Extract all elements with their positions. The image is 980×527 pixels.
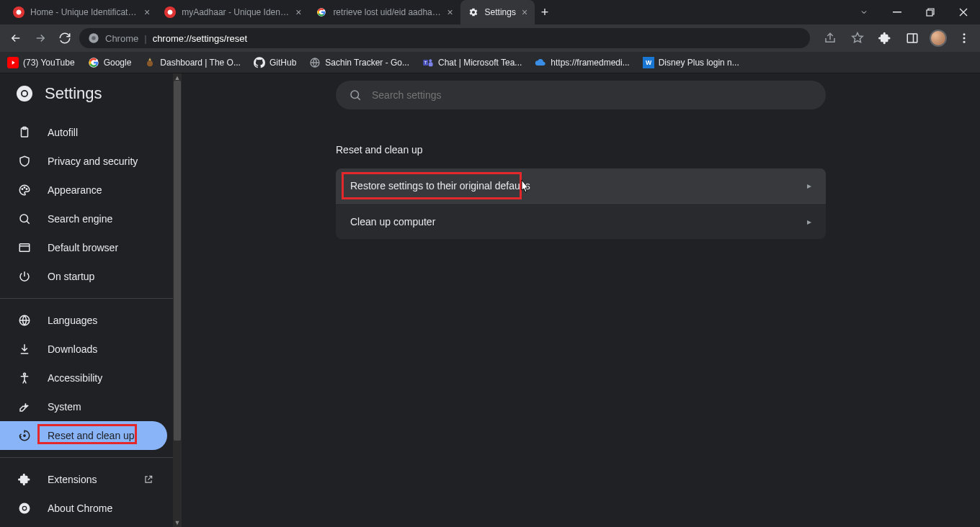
svg-rect-5 [907, 34, 917, 42]
bookmark-label: GitHub [270, 58, 296, 68]
row-cleanup-computer[interactable]: Clean up computer ▸ [336, 204, 826, 239]
extensions-button[interactable] [875, 28, 895, 48]
sidebar-item-autofill[interactable]: Autofill [0, 118, 167, 147]
tab-title: Settings [485, 7, 516, 17]
sidebar-item-languages[interactable]: Languages [0, 306, 167, 335]
share-button[interactable] [820, 28, 840, 48]
sidebar-list: Autofill Privacy and security Appearance… [0, 114, 173, 523]
tab-title: myAadhaar - Unique Identificatic [182, 7, 290, 17]
sidebar-item-search-engine[interactable]: Search engine [0, 204, 167, 233]
sidebar-item-accessibility[interactable]: Accessibility [0, 364, 167, 392]
sidebar-item-privacy[interactable]: Privacy and security [0, 147, 167, 176]
minimize-button[interactable] [881, 0, 914, 24]
toolbar: Chrome | chrome://settings/reset [0, 24, 980, 52]
tab-strip: Home - Unique Identification Aut × myAad… [0, 0, 847, 24]
tab-title: Home - Unique Identification Aut [30, 7, 138, 17]
bookmark-github[interactable]: GitHub [254, 57, 296, 68]
svg-point-33 [24, 373, 26, 375]
bookmark-disney[interactable]: WDisney Plus login n... [643, 57, 739, 68]
shield-icon [17, 154, 32, 168]
scroll-down-icon[interactable]: ▼ [173, 518, 182, 527]
uidai-icon [13, 6, 24, 18]
search-icon [349, 89, 362, 102]
close-window-button[interactable] [947, 0, 980, 24]
close-icon[interactable]: × [522, 7, 527, 17]
new-tab-button[interactable]: + [535, 0, 555, 24]
chrome-logo-icon [17, 501, 32, 515]
palette-icon [17, 183, 32, 197]
bookmark-youtube[interactable]: (73) YouTube [7, 57, 75, 68]
puzzle-icon [17, 472, 32, 487]
tab-search-button[interactable] [847, 0, 881, 24]
forward-button[interactable] [30, 28, 50, 48]
tab-0[interactable]: Home - Unique Identification Aut × [6, 0, 157, 24]
reload-button[interactable] [55, 28, 75, 48]
omnibox-url: chrome://settings/reset [153, 33, 248, 44]
tab-1[interactable]: myAadhaar - Unique Identificatic × [157, 0, 308, 24]
sidebar-item-system[interactable]: System [0, 392, 167, 421]
sidebar-label: System [48, 401, 81, 413]
side-panel-button[interactable] [902, 28, 922, 48]
sidebar-item-default-browser[interactable]: Default browser [0, 233, 167, 262]
sidebar-label: Downloads [48, 343, 97, 355]
settings-sidebar: Settings Autofill Privacy and security A… [0, 73, 173, 527]
accessibility-icon [17, 371, 32, 385]
open-external-icon [141, 472, 156, 487]
settings-search-input[interactable] [372, 89, 813, 101]
globe-icon [17, 313, 32, 328]
close-icon[interactable]: × [295, 7, 301, 17]
settings-title: Settings [45, 84, 102, 103]
chrome-logo-icon [16, 85, 33, 102]
svg-point-8 [963, 37, 966, 40]
omnibox-divider: | [144, 33, 146, 44]
omnibox-chip: Chrome [105, 33, 138, 44]
back-button[interactable] [6, 28, 26, 48]
power-icon [17, 269, 32, 284]
profile-avatar[interactable] [930, 30, 947, 47]
sidebar-item-extensions[interactable]: Extensions [0, 465, 167, 494]
bookmark-framed[interactable]: https://framedmedi... [535, 57, 629, 68]
svg-point-28 [20, 215, 28, 222]
scroll-thumb[interactable] [174, 81, 181, 441]
sidebar-label: Reset and clean up [48, 430, 135, 441]
tab-2[interactable]: retrieve lost uid/eid aadhar - Goo × [308, 0, 460, 24]
sidebar-label: On startup [48, 271, 94, 282]
sidebar-item-reset[interactable]: Reset and clean up [0, 421, 167, 450]
close-icon[interactable]: × [144, 7, 150, 17]
content: Settings Autofill Privacy and security A… [0, 73, 980, 527]
sidebar-item-downloads[interactable]: Downloads [0, 335, 167, 364]
row-restore-defaults[interactable]: Restore settings to their original defau… [336, 168, 826, 204]
main-panel: Reset and clean up Restore settings to t… [182, 73, 980, 527]
bookmark-dashboard[interactable]: Dashboard | The O... [144, 57, 241, 68]
omnibox[interactable]: Chrome | chrome://settings/reset [79, 28, 810, 48]
sidebar-item-appearance[interactable]: Appearance [0, 176, 167, 204]
youtube-icon [7, 57, 19, 68]
bookmark-label: https://framedmedi... [551, 58, 629, 68]
separator [0, 298, 173, 299]
svg-rect-1 [893, 12, 901, 13]
toolbar-right [814, 28, 974, 48]
svg-point-4 [92, 36, 95, 40]
bookmark-button[interactable] [847, 28, 868, 48]
google-icon [88, 57, 99, 68]
titlebar: Home - Unique Identification Aut × myAad… [0, 0, 980, 24]
chevron-right-icon: ▸ [807, 217, 811, 227]
tab-3[interactable]: Settings × [460, 0, 535, 24]
bookmarks-bar: (73) YouTube Google Dashboard | The O...… [0, 52, 980, 73]
bookmark-teams[interactable]: TChat | Microsoft Tea... [422, 57, 522, 68]
bookmark-label: (73) YouTube [23, 58, 75, 68]
maximize-button[interactable] [914, 0, 947, 24]
close-icon[interactable]: × [447, 7, 453, 17]
bookmark-tracker[interactable]: Sachin Tracker - Go... [309, 57, 409, 68]
menu-button[interactable] [954, 28, 974, 48]
settings-search[interactable] [336, 81, 826, 109]
row-label: Restore settings to their original defau… [350, 180, 530, 192]
restore-icon [17, 428, 32, 443]
bookmark-google[interactable]: Google [88, 57, 132, 68]
sidebar-scrollbar[interactable]: ▲ ▼ [173, 73, 182, 527]
svg-text:W: W [646, 59, 652, 66]
sidebar-item-on-startup[interactable]: On startup [0, 262, 167, 291]
sidebar-item-about[interactable]: About Chrome [0, 494, 167, 523]
svg-point-9 [963, 41, 966, 43]
svg-point-22 [22, 91, 27, 96]
